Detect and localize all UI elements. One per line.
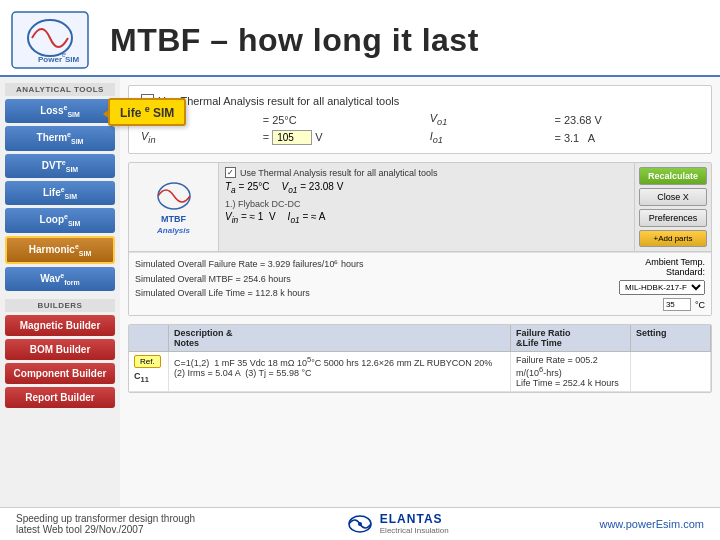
desc-text: C=1(1,2) 1 mF 35 Vdc 18 mΩ 105°C 5000 hr… [174,358,492,378]
table-cell-desc: C=1(1,2) 1 mF 35 Vdc 18 mΩ 105°C 5000 hr… [169,352,511,391]
table-header-desc: Description &Notes [169,325,511,351]
sim-vin: Vin = ≈ 1 V [225,211,276,225]
builders-label: BUILDERS [5,299,115,312]
sidebar-btn-report[interactable]: Report Builder [5,387,115,408]
table-header-failure: Failure Ratio&Life Time [511,325,631,351]
results-layout: Simulated Overall Failure Rate = 3.929 f… [135,257,705,311]
standard-label: Standard: [585,267,705,277]
io1-value: = 3.1 A [554,132,699,144]
svg-text:Power: Power [38,55,62,64]
sim-params: Ta = 25°C Vo1 = 23.08 V [225,181,628,195]
sidebar-btn-loss[interactable]: LosseSIM [5,99,115,123]
content-area: ANALYTICAL TOOLS LosseSIM ThermeSIM DVTe… [0,77,720,507]
footer-website: www.powerEsim.com [599,518,704,530]
sim-logo-area: MTBF Analysis [129,163,219,251]
vin-input[interactable] [272,130,312,145]
table-cell-failure: Failure Rate = 005.2 m/(106-hrs) Life Ti… [511,352,631,391]
elantas-label: ELANTAS [380,512,449,526]
ref-button[interactable]: Ref. [134,355,161,368]
sidebar: ANALYTICAL TOOLS LosseSIM ThermeSIM DVTe… [0,77,120,507]
field-temp-input[interactable] [663,298,691,311]
results-values: Simulated Overall Failure Rate = 3.929 f… [135,257,363,300]
elantas-logo-icon [346,513,374,535]
close-button[interactable]: Close X [639,188,707,206]
sim-checkbox-label[interactable]: ✓ Use Thermal Analysis result for all an… [225,167,437,178]
preferences-button[interactable]: Preferences [639,209,707,227]
sim-logo-text: MTBF Analysis [157,214,190,236]
footer-center: ELANTAS Electrical Insulation [346,512,449,535]
footer: Speeding up transformer design through l… [0,507,720,539]
table-panel: Description &Notes Failure Ratio&Life Ti… [128,324,712,393]
sim-header: MTBF Analysis ✓ Use Thermal Analysis res… [129,163,711,252]
ta-value: = 25°C [263,114,420,126]
page-title: MTBF – how long it last [110,22,700,59]
sidebar-btn-bom[interactable]: BOM Builder [5,339,115,360]
header: Power e SIM MTBF – how long it last [0,0,720,77]
sim-buttons: Recalculate Close X Preferences +Add par… [634,163,711,251]
param-grid: Ta = 25°C Vo1 = 23.68 V Vin = V Io1 = 3.… [141,112,699,145]
sim-controls-top: ✓ Use Thermal Analysis result for all an… [225,167,628,178]
svg-text:SIM: SIM [65,55,80,64]
sim-panel: MTBF Analysis ✓ Use Thermal Analysis res… [128,162,712,316]
sidebar-btn-loop[interactable]: LoopeSIM [5,208,115,232]
elantas-sub: Electrical Insulation [380,526,449,535]
elantas-text: ELANTAS Electrical Insulation [380,512,449,535]
sidebar-btn-harmonic[interactable]: HarmoniceSIM [5,236,115,264]
builders-section: BUILDERS Magnetic Builder BOM Builder Co… [5,299,115,408]
add-parts-button[interactable]: +Add parts [639,230,707,247]
footer-left: Speeding up transformer design through l… [16,513,195,535]
svg-point-7 [358,522,362,526]
vo1-value: = 23.68 V [554,114,699,126]
table-cell-ref: Ref. C11 [129,352,169,391]
life-callout: Life e SIM [108,98,186,126]
sidebar-btn-dvt[interactable]: DVTeSIM [5,154,115,178]
sim-ta: Ta = 25°C [225,181,270,195]
sidebar-btn-life[interactable]: LifeeSIM [5,181,115,205]
title-area: MTBF – how long it last [90,22,700,59]
logo-area: Power e SIM [10,10,90,70]
vin-label: Vin [141,130,253,145]
analytical-tools-label: ANALYTICAL TOOLS [5,83,115,96]
sidebar-btn-waveform[interactable]: Waveform [5,267,115,291]
sidebar-btn-component[interactable]: Component Builder [5,363,115,384]
sim-vo1: Vo1 = 23.08 V [282,181,344,195]
vo1-label: Vo1 [430,112,545,127]
vin-value: = V [263,130,420,145]
standard-select-area[interactable]: MIL-HDBK-217-F Telcordia SR332 IEC TR 62… [585,280,705,295]
sim-circuit-label: 1.) Flyback DC-DC [225,199,628,209]
row-id: C11 [134,371,163,384]
failure-text: Failure Rate = 005.2 m/(106-hrs) Life Ti… [516,355,619,388]
standard-select[interactable]: MIL-HDBK-217-F Telcordia SR332 IEC TR 62… [619,280,705,295]
main-content: Life e SIM ✓ Use Thermal Analysis result… [120,77,720,507]
table-row: Ref. C11 C=1(1,2) 1 mF 35 Vdc 18 mΩ 105°… [129,352,711,392]
result-row-3: Simulated Overall Life Time = 112.8 k ho… [135,286,363,300]
ambient-section: Ambient Temp. Standard: MIL-HDBK-217-F T… [585,257,705,311]
table-header-ref [129,325,169,351]
sidebar-btn-magnetic[interactable]: Magnetic Builder [5,315,115,336]
results-area: Simulated Overall Failure Rate = 3.929 f… [129,252,711,315]
table-header-row: Description &Notes Failure Ratio&Life Ti… [129,325,711,352]
ambient-label: Ambient Temp. [585,257,705,267]
sim-params-2: Vin = ≈ 1 V Io1 = ≈ A [225,211,628,225]
field-temp-unit: °C [695,300,705,310]
sidebar-btn-therm[interactable]: ThermeSIM [5,126,115,150]
sim-io1: Io1 = ≈ A [288,211,326,225]
result-row-2: Simulated Overall MTBF = 254.6 hours [135,272,363,286]
result-row-1: Simulated Overall Failure Rate = 3.929 f… [135,257,363,271]
footer-line2: latest Web tool 29/Nov./2007 [16,524,195,535]
callout-text: Life e SIM [120,106,174,120]
footer-line1: Speeding up transformer design through [16,513,195,524]
io1-label: Io1 [430,130,545,145]
sim-controls: ✓ Use Thermal Analysis result for all an… [219,163,634,251]
table-header-setting: Setting [631,325,711,351]
top-panel: ✓ Use Thermal Analysis result for all an… [128,85,712,154]
recalculate-button[interactable]: Recalculate [639,167,707,185]
sim-checkbox-text: Use Thermal Analysis result for all anal… [240,168,437,178]
sim-checkbox[interactable]: ✓ [225,167,236,178]
top-panel-row: ✓ Use Thermal Analysis result for all an… [141,94,699,107]
use-thermal-text: Use Thermal Analysis result for all anal… [158,95,399,107]
field-temp-area: °C [585,298,705,311]
table-cell-setting [631,352,711,391]
